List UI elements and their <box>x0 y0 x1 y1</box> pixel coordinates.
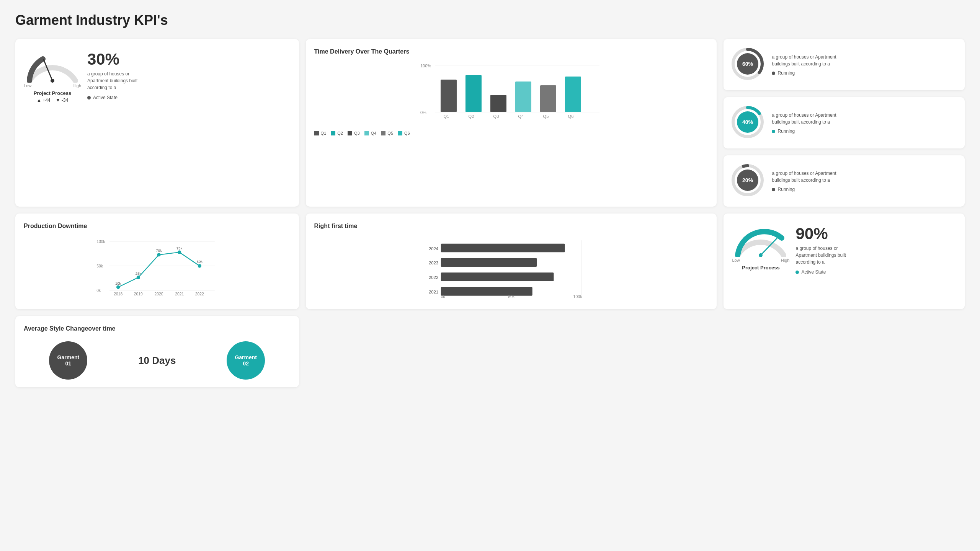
gauge1-stats: ▲ +44 ▼ -34 <box>37 98 68 103</box>
gauge2-high-label: High <box>781 258 790 262</box>
svg-text:60%: 60% <box>742 61 753 67</box>
kpi-60-text: a group of houses or Apartment buildings… <box>772 54 958 76</box>
kpi-40-card: 40% a group of houses or Apartment build… <box>724 97 965 148</box>
svg-text:28k: 28k <box>136 271 141 276</box>
garment-02-label: Garment <box>235 354 257 360</box>
svg-text:75k: 75k <box>176 246 182 250</box>
svg-rect-8 <box>490 95 506 112</box>
changeover-card: Average Style Changeover time Garment 01… <box>15 316 299 387</box>
svg-text:2019: 2019 <box>134 292 143 296</box>
downtime-card: Production Downtime 100k 50k 0k 10k 28k … <box>15 214 299 309</box>
svg-text:Q3: Q3 <box>493 114 499 119</box>
gauge1-high-label: High <box>72 83 81 88</box>
gauge2-status-dot <box>795 271 799 274</box>
garment-01-label: Garment <box>57 354 80 360</box>
gauge1-project-label: Project Process <box>34 90 71 96</box>
svg-rect-9 <box>515 82 531 112</box>
svg-text:2018: 2018 <box>114 292 122 296</box>
svg-text:100k: 100k <box>573 295 582 299</box>
svg-text:2022: 2022 <box>195 292 204 296</box>
svg-text:Q5: Q5 <box>543 114 549 119</box>
gauge1-low-label: Low <box>24 83 31 88</box>
svg-rect-11 <box>565 77 581 112</box>
bar-chart-card: Time Delivery Over The Quarters 100% 0% … <box>306 39 717 207</box>
garment-01-circle: Garment 01 <box>49 341 87 380</box>
svg-text:2022: 2022 <box>429 275 438 280</box>
gauge2-desc: a group of houses or Apartment buildings… <box>795 245 857 266</box>
gauge1-down: ▼ -34 <box>56 98 69 103</box>
svg-point-40 <box>198 264 201 267</box>
kpi-60-circle: 60% <box>730 47 765 83</box>
gauge-90-card: Low High Project Process 90% a group of … <box>724 214 965 309</box>
gauge2-status: Active State <box>795 269 857 275</box>
bar-chart-svg: 100% 0% Q1 Q2 Q3 Q4 Q5 Q6 <box>314 60 709 126</box>
right-first-time-card: Right first time 2024 2023 2022 2021 0k … <box>306 214 717 309</box>
kpi-20-card: 20% a group of houses or Apartment build… <box>724 155 965 207</box>
svg-point-37 <box>137 276 140 279</box>
kpi-60-dot <box>772 72 775 75</box>
gauge2-percent: 90% <box>795 226 857 242</box>
svg-text:Q6: Q6 <box>568 114 573 119</box>
svg-point-64 <box>759 253 763 257</box>
svg-text:Q4: Q4 <box>518 114 524 119</box>
garment-02-num: 02 <box>243 360 249 367</box>
kpi-40-dot <box>772 130 775 133</box>
kpi-20-text: a group of houses or Apartment buildings… <box>772 170 958 192</box>
kpi-20-circle: 20% <box>730 163 765 199</box>
gauge2-low-label: Low <box>732 258 740 262</box>
kpi-40-circle: 40% <box>730 105 765 141</box>
svg-rect-55 <box>441 244 565 253</box>
svg-text:2021: 2021 <box>175 292 184 296</box>
svg-rect-58 <box>441 287 532 296</box>
svg-text:0k: 0k <box>96 289 101 293</box>
changeover-inner: Garment 01 10 Days Garment 02 <box>24 341 291 380</box>
hbar-svg: 2024 2023 2022 2021 0k 50k 100k <box>314 235 709 300</box>
gauge-30-svg <box>24 48 81 83</box>
svg-point-36 <box>116 285 120 289</box>
kpi-60-card: 60% a group of houses or Apartment build… <box>724 39 965 90</box>
gauge1-status-dot <box>87 96 91 99</box>
svg-text:2024: 2024 <box>429 246 438 251</box>
bar-chart-legend: Q1 Q2 Q3 Q4 Q5 Q6 <box>314 131 709 135</box>
kpi-40-text: a group of houses or Apartment buildings… <box>772 112 958 134</box>
gauge2-project-label: Project Process <box>742 265 779 271</box>
downtime-title: Production Downtime <box>24 223 291 230</box>
svg-text:100k: 100k <box>96 240 105 244</box>
svg-point-1 <box>51 79 54 83</box>
svg-text:10k: 10k <box>115 281 121 285</box>
gauge-30-card: Low High Project Process ▲ +44 ▼ -34 30%… <box>15 39 299 207</box>
svg-text:Q2: Q2 <box>468 114 474 119</box>
svg-text:70k: 70k <box>156 248 162 253</box>
svg-text:Q1: Q1 <box>443 114 449 119</box>
svg-text:50k: 50k <box>508 295 515 299</box>
page-title: Garment Industry KPI's <box>15 12 965 28</box>
downtime-svg: 100k 50k 0k 10k 28k 70k 75k 50k 2018 201… <box>24 235 291 296</box>
svg-point-39 <box>178 250 181 254</box>
svg-text:2023: 2023 <box>429 261 438 265</box>
svg-rect-10 <box>540 85 556 112</box>
svg-text:0k: 0k <box>441 295 445 299</box>
gauge-90-svg <box>732 223 789 257</box>
gauge1-up: ▲ +44 <box>37 98 51 103</box>
svg-text:20%: 20% <box>742 177 753 183</box>
bar-chart-title: Time Delivery Over The Quarters <box>314 48 709 55</box>
svg-text:2020: 2020 <box>154 292 163 296</box>
svg-text:50k: 50k <box>96 264 103 268</box>
svg-point-38 <box>157 253 160 256</box>
svg-rect-56 <box>441 258 536 267</box>
svg-text:100%: 100% <box>420 64 431 68</box>
gauge1-desc: a group of houses or Apartment buildings… <box>87 70 149 91</box>
svg-text:2021: 2021 <box>429 290 438 294</box>
svg-text:0%: 0% <box>420 110 426 115</box>
changeover-title: Average Style Changeover time <box>24 325 291 332</box>
right-kpi-col: 60% a group of houses or Apartment build… <box>724 39 965 207</box>
svg-rect-7 <box>466 75 482 112</box>
dashboard-grid: Low High Project Process ▲ +44 ▼ -34 30%… <box>15 39 965 387</box>
garment-01-num: 01 <box>65 360 72 367</box>
gauge1-percent: 30% <box>87 51 149 67</box>
svg-rect-6 <box>441 80 457 112</box>
days-label: 10 Days <box>138 355 176 367</box>
right-first-time-title: Right first time <box>314 223 709 230</box>
kpi-20-dot <box>772 188 775 191</box>
garment-02-circle: Garment 02 <box>227 341 265 380</box>
